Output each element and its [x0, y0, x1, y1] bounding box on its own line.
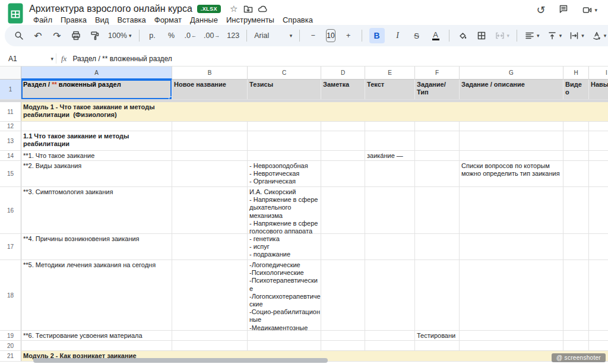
cell-H11[interactable] — [563, 102, 589, 121]
cell-A1[interactable]: Раздел / ** вложенный раздел — [21, 80, 172, 99]
increase-font-size-button[interactable]: + — [343, 28, 354, 43]
increase-decimal-button[interactable]: .00→ — [204, 28, 220, 43]
cell-A14[interactable]: **1. Что такое заикание — [21, 151, 172, 160]
italic-button[interactable]: I — [392, 28, 404, 43]
cell-C17[interactable]: - генетика - испуг - подражание — [248, 234, 321, 259]
bold-button[interactable]: B — [369, 28, 385, 43]
cell-A15[interactable]: **2. Виды заикания — [21, 161, 172, 186]
row-header-20[interactable]: 20 — [0, 341, 21, 350]
column-header-C[interactable]: C — [248, 67, 321, 80]
cell-B18[interactable] — [172, 260, 248, 330]
decrease-decimal-button[interactable]: .0← — [185, 28, 197, 43]
cell-H13[interactable] — [563, 131, 589, 150]
column-header-B[interactable]: B — [172, 67, 248, 80]
row-header-21[interactable]: 21 — [0, 351, 21, 361]
cell-H14[interactable] — [563, 151, 589, 160]
decrease-font-size-button[interactable]: − — [307, 28, 319, 43]
row-header-14[interactable]: 14 — [0, 151, 21, 160]
comments-icon[interactable] — [558, 4, 569, 17]
merge-cells-icon[interactable]: ▾ — [495, 28, 510, 43]
font-select[interactable]: Arial▾ — [254, 28, 292, 43]
font-size-input[interactable]: 10 — [326, 29, 335, 42]
cell-E17[interactable] — [365, 234, 415, 259]
meet-camera-icon[interactable]: ▾ — [582, 5, 597, 15]
column-header-F[interactable]: F — [415, 67, 460, 80]
horizontal-align-icon[interactable]: ▾ — [524, 28, 540, 43]
move-folder-icon[interactable] — [241, 2, 255, 15]
cell-B19[interactable] — [172, 331, 248, 340]
cell-D20[interactable] — [321, 341, 365, 350]
menu-item-3[interactable]: Вид — [91, 15, 113, 25]
row-header-19[interactable]: 19 — [0, 331, 21, 340]
cell-E15[interactable] — [365, 161, 415, 186]
cell-I17[interactable] — [589, 234, 608, 259]
version-history-icon[interactable]: ↺ — [536, 5, 545, 15]
cell-I19[interactable] — [589, 331, 608, 340]
cell-D17[interactable] — [321, 234, 365, 259]
cell-H17[interactable] — [563, 234, 589, 259]
cell-I12[interactable] — [589, 122, 608, 131]
column-header-G[interactable]: G — [460, 67, 563, 80]
cell-E16[interactable] — [365, 187, 415, 233]
cell-H19[interactable] — [563, 331, 589, 340]
text-wrap-icon[interactable]: ▾ — [569, 28, 584, 43]
cell-B17[interactable] — [172, 234, 248, 259]
cell-H12[interactable] — [563, 122, 589, 131]
cell-F19[interactable]: Тестировани — [415, 331, 460, 340]
cell-C11[interactable] — [248, 102, 321, 121]
cell-G17[interactable] — [460, 234, 563, 259]
sheets-logo[interactable] — [8, 3, 23, 26]
column-header-H[interactable]: H — [563, 67, 589, 80]
cell-I18[interactable] — [589, 260, 608, 330]
cell-F20[interactable] — [415, 341, 460, 350]
cloud-status-icon[interactable] — [255, 2, 270, 15]
select-all-corner[interactable] — [0, 67, 21, 80]
cell-G14[interactable] — [460, 151, 563, 160]
cell-D1[interactable]: Заметка — [321, 80, 365, 99]
cell-I13[interactable] — [589, 131, 608, 150]
fill-color-icon[interactable] — [457, 28, 468, 43]
cell-A16[interactable]: **3. Симптомология заикания — [21, 187, 172, 233]
undo-icon[interactable]: ↶ — [32, 28, 44, 43]
cell-F13[interactable] — [415, 131, 460, 150]
cell-F12[interactable] — [415, 122, 460, 131]
cell-E18[interactable] — [365, 260, 415, 330]
cell-E1[interactable]: Текст — [365, 80, 415, 99]
document-title[interactable]: Архитектура взрослого онлайн курса — [29, 4, 192, 14]
cell-B20[interactable] — [172, 341, 248, 350]
cell-D19[interactable] — [321, 331, 365, 340]
row-header-11[interactable]: 11 — [0, 102, 21, 121]
cell-I14[interactable] — [589, 151, 608, 160]
row-header-18[interactable]: 18 — [0, 260, 21, 330]
cell-F16[interactable] — [415, 187, 460, 233]
horizontal-scrollbar-thumb[interactable] — [33, 358, 328, 363]
cell-H15[interactable] — [563, 161, 589, 186]
cell-D18[interactable] — [321, 260, 365, 330]
cell-A17[interactable]: **4. Причины возникновения заикания — [21, 234, 172, 259]
menu-item-6[interactable]: Данные — [186, 15, 222, 25]
cell-D12[interactable] — [321, 122, 365, 131]
star-icon[interactable]: ☆ — [227, 2, 241, 15]
search-icon[interactable] — [13, 28, 25, 43]
cell-A11[interactable]: Модуль 1 - Что такое заикание и методы р… — [21, 102, 172, 121]
menu-item-4[interactable]: Вставка — [113, 15, 150, 25]
cell-C15[interactable]: - Неврозоподобная - Невротическая - Орга… — [248, 161, 321, 186]
menu-item-7[interactable]: Инструменты — [222, 15, 278, 25]
cell-A19[interactable]: **6. Тестирование усвоения материала — [21, 331, 172, 340]
number-format-button[interactable]: 123 — [227, 28, 239, 43]
paint-format-icon[interactable] — [89, 28, 101, 43]
cell-G19[interactable] — [460, 331, 563, 340]
cell-G20[interactable] — [460, 341, 563, 350]
cell-D16[interactable] — [321, 187, 365, 233]
row-header-17[interactable]: 17 — [0, 234, 21, 259]
cell-H20[interactable] — [563, 341, 589, 350]
cell-B11[interactable] — [172, 102, 248, 121]
vertical-align-icon[interactable]: ▾ — [547, 28, 562, 43]
column-header-I[interactable]: I — [589, 67, 608, 80]
cell-I20[interactable] — [589, 341, 608, 350]
cell-G11[interactable] — [460, 102, 563, 121]
cell-C14[interactable] — [248, 151, 321, 160]
cell-F1[interactable]: Задание/ Тип — [415, 80, 460, 99]
row-header-12[interactable]: 12 — [0, 122, 21, 131]
column-header-E[interactable]: E — [365, 67, 415, 80]
